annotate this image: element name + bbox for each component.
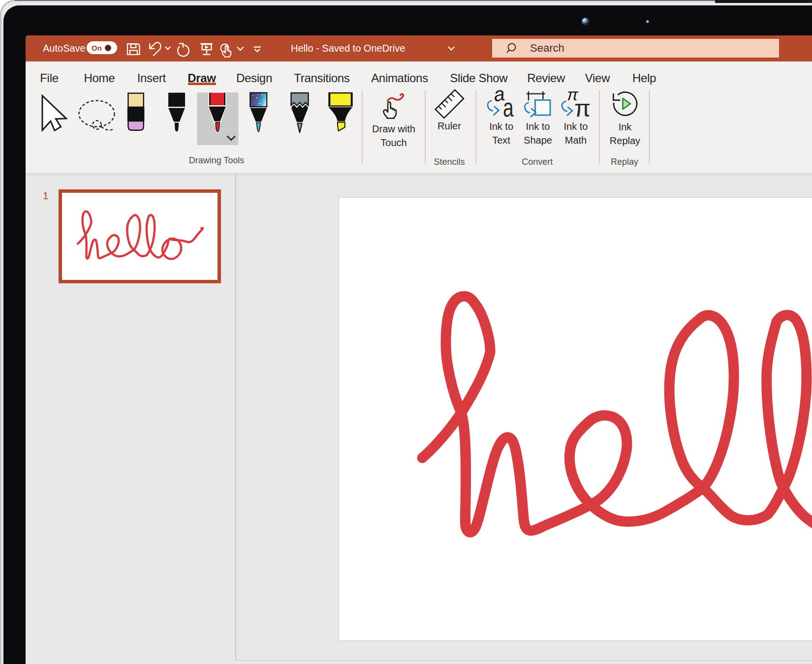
svg-text:a: a: [503, 93, 514, 122]
svg-text:π: π: [574, 95, 591, 121]
